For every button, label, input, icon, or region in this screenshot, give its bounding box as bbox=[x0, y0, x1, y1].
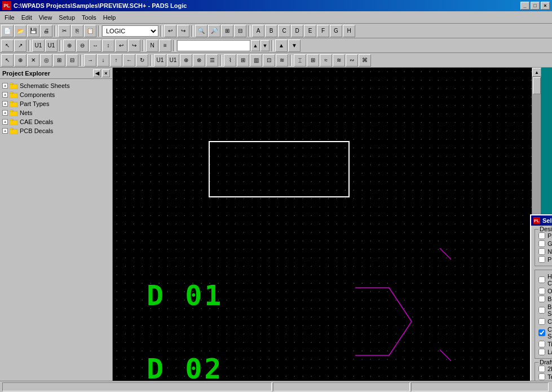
btn-c[interactable]: C bbox=[278, 25, 290, 37]
close-button[interactable]: × bbox=[541, 2, 550, 10]
tb3-btn20[interactable]: ⊡ bbox=[263, 54, 275, 67]
tb2-btn3[interactable]: ↔ bbox=[89, 39, 101, 52]
add-part2-button[interactable]: U1 bbox=[45, 39, 58, 52]
checkbox-tie-dots[interactable] bbox=[538, 341, 545, 347]
tb2-nav-down[interactable]: ▼ bbox=[288, 39, 301, 52]
dropdown-up[interactable]: ▲ bbox=[251, 40, 260, 51]
menu-tools[interactable]: Tools bbox=[78, 13, 100, 22]
maximize-button[interactable]: □ bbox=[531, 2, 540, 10]
menu-edit[interactable]: Edit bbox=[18, 13, 36, 22]
tb3-btn2[interactable]: ⊕ bbox=[14, 54, 27, 67]
checkbox-hiercomps[interactable] bbox=[538, 276, 545, 283]
copy-button[interactable]: ⎘ bbox=[71, 25, 83, 37]
checkbox-pins[interactable] bbox=[538, 256, 545, 263]
tb3-btn21[interactable]: ≋ bbox=[276, 54, 288, 67]
checkbox-2d-lines[interactable] bbox=[538, 365, 545, 372]
tb3-btn5[interactable]: ⊞ bbox=[53, 54, 65, 67]
checkbox-bus-segments[interactable] bbox=[538, 307, 545, 314]
expand-components[interactable]: + bbox=[2, 92, 8, 98]
checkbox-labels[interactable] bbox=[538, 349, 545, 355]
menu-help[interactable]: Help bbox=[100, 13, 120, 22]
btn-e[interactable]: E bbox=[304, 25, 316, 37]
expand-nets[interactable]: + bbox=[2, 110, 8, 116]
zoom-all-button[interactable]: ⊞ bbox=[221, 25, 233, 37]
add-part-button[interactable]: U1 bbox=[32, 39, 45, 52]
tb3-btn3[interactable]: ✕ bbox=[27, 54, 39, 67]
tb2-btn2[interactable]: ⊖ bbox=[76, 39, 89, 52]
pe-pin-button[interactable]: ◀ bbox=[93, 69, 101, 77]
menu-view[interactable]: View bbox=[36, 13, 56, 22]
btn-d[interactable]: D bbox=[291, 25, 303, 37]
scroll-thumb[interactable] bbox=[533, 77, 541, 94]
tb3-btn9[interactable]: ↑ bbox=[110, 54, 122, 67]
tree-item-cae-decals[interactable]: + CAE Decals bbox=[2, 117, 110, 126]
new-button[interactable]: 📄 bbox=[1, 25, 14, 37]
tb2-btn5[interactable]: ↩ bbox=[115, 39, 127, 52]
btn-g[interactable]: G bbox=[330, 25, 342, 37]
btn-a[interactable]: A bbox=[252, 25, 264, 37]
canvas-area[interactable]: D 01 D 02 D 0 PL Selection Filter _ bbox=[113, 68, 552, 381]
zoom-select-button[interactable]: ⊟ bbox=[234, 25, 246, 37]
tb3-btn26[interactable]: ∾ bbox=[346, 54, 358, 67]
checkbox-text[interactable] bbox=[538, 373, 545, 380]
tb3-btn22[interactable]: ⌶ bbox=[294, 54, 306, 67]
tb3-btn4[interactable]: ◎ bbox=[40, 54, 52, 67]
tree-item-part-types[interactable]: + Part Types bbox=[2, 99, 110, 108]
tree-item-components[interactable]: + Components bbox=[2, 90, 110, 99]
checkbox-offpages[interactable] bbox=[538, 288, 545, 294]
text-input[interactable] bbox=[177, 40, 250, 51]
open-button[interactable]: 📂 bbox=[14, 25, 27, 37]
tb3-btn1[interactable]: ↖ bbox=[1, 54, 14, 67]
expand-part-types[interactable]: + bbox=[2, 101, 8, 107]
tree-item-pcb-decals[interactable]: + PCB Decals bbox=[2, 126, 110, 135]
tb2-btn6[interactable]: ↪ bbox=[128, 39, 140, 52]
expand-pcb-decals[interactable]: + bbox=[2, 128, 8, 134]
tree-item-schematic-sheets[interactable]: + Schematic Sheets bbox=[2, 81, 110, 90]
select-button[interactable]: ↖ bbox=[1, 39, 14, 52]
save-button[interactable]: 💾 bbox=[27, 25, 39, 37]
checkbox-gates[interactable] bbox=[538, 240, 545, 247]
btn-b[interactable]: B bbox=[265, 25, 277, 37]
tree-item-nets[interactable]: + Nets bbox=[2, 108, 110, 117]
tb3-btn7[interactable]: → bbox=[84, 54, 96, 67]
checkbox-connections[interactable] bbox=[538, 318, 545, 325]
tb3-btn13[interactable]: U1 bbox=[167, 54, 179, 67]
tb2-nav-up[interactable]: ▲ bbox=[275, 39, 288, 52]
scroll-up-button[interactable]: ▲ bbox=[532, 68, 541, 77]
tb2-btn8[interactable]: ≡ bbox=[159, 39, 171, 52]
checkbox-buses[interactable] bbox=[538, 296, 545, 302]
checkbox-parts[interactable] bbox=[538, 232, 545, 239]
cut-button[interactable]: ✂ bbox=[58, 25, 70, 37]
dropdown-down[interactable]: ▼ bbox=[260, 40, 270, 51]
pe-close-button[interactable]: × bbox=[102, 69, 110, 77]
btn-h[interactable]: H bbox=[343, 25, 355, 37]
tb3-btn17[interactable]: ⌇ bbox=[224, 54, 236, 67]
undo-button[interactable]: ↩ bbox=[164, 25, 176, 37]
tb3-btn8[interactable]: ↓ bbox=[97, 54, 109, 67]
tb2-btn4[interactable]: ↕ bbox=[102, 39, 114, 52]
expand-cae-decals[interactable]: + bbox=[2, 119, 8, 125]
tb3-btn16[interactable]: ☰ bbox=[206, 54, 218, 67]
paste-button[interactable]: 📋 bbox=[84, 25, 96, 37]
redo-button[interactable]: ↪ bbox=[177, 25, 189, 37]
zoom-out-button[interactable]: 🔎 bbox=[208, 25, 220, 37]
tb3-btn19[interactable]: ▥ bbox=[250, 54, 262, 67]
tb3-btn27[interactable]: ⌘ bbox=[359, 54, 371, 67]
tb3-btn10[interactable]: ← bbox=[123, 54, 135, 67]
minimize-button[interactable]: _ bbox=[520, 2, 529, 10]
tb3-btn24[interactable]: ≈ bbox=[320, 54, 332, 67]
select2-button[interactable]: ↗ bbox=[14, 39, 27, 52]
tb3-btn6[interactable]: ⊟ bbox=[66, 54, 78, 67]
tb3-btn25[interactable]: ≋ bbox=[333, 54, 345, 67]
tb3-btn23[interactable]: ⊞ bbox=[307, 54, 319, 67]
checkbox-nets[interactable] bbox=[538, 248, 545, 255]
tb3-btn11[interactable]: ↻ bbox=[136, 54, 148, 67]
btn-f[interactable]: F bbox=[317, 25, 329, 37]
tb2-btn1[interactable]: ⊕ bbox=[63, 39, 76, 52]
menu-file[interactable]: File bbox=[1, 13, 18, 22]
logic-dropdown[interactable]: LOGIC bbox=[102, 25, 158, 37]
tb3-btn12[interactable]: U1 bbox=[154, 54, 166, 67]
menu-setup[interactable]: Setup bbox=[55, 13, 78, 22]
tb3-btn15[interactable]: ⊗ bbox=[193, 54, 205, 67]
checkbox-conn-segments[interactable] bbox=[538, 329, 545, 336]
